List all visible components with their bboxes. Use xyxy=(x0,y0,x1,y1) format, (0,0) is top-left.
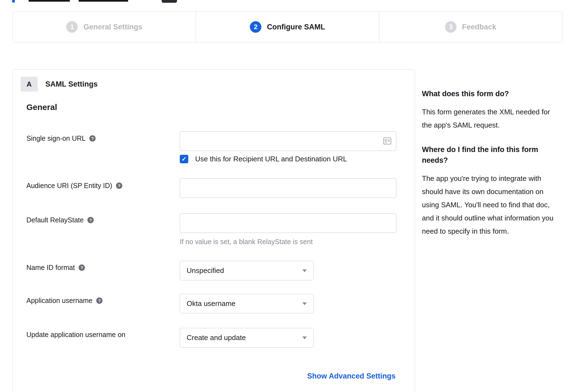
recipient-url-checkbox-row: ✓ Use this for Recipient URL and Destina… xyxy=(180,155,347,163)
sso-url-label-text: Single sign-on URL xyxy=(26,134,85,142)
help-question-2: Where do I find the info this form needs… xyxy=(422,144,561,166)
update-app-username-value: Create and update xyxy=(187,333,246,342)
help-icon[interactable]: ? xyxy=(87,217,94,223)
audience-uri-label: Audience URI (SP Entity ID) ? xyxy=(26,182,122,190)
sso-url-input-wrap xyxy=(180,131,396,151)
clipped-header-text-fragment xyxy=(79,0,128,2)
section-title: SAML Settings xyxy=(45,80,98,89)
help-icon[interactable]: ? xyxy=(116,183,122,189)
clipped-header-text-fragment xyxy=(29,0,70,2)
app-username-select[interactable]: Okta username xyxy=(180,294,314,313)
name-id-format-value: Unspecified xyxy=(187,266,224,275)
show-advanced-settings-link[interactable]: Show Advanced Settings xyxy=(307,372,396,380)
step-configure-saml[interactable]: 2 Configure SAML xyxy=(196,12,379,42)
recipient-url-checkbox-label[interactable]: Use this for Recipient URL and Destinati… xyxy=(195,155,347,163)
sso-url-label: Single sign-on URL ? xyxy=(26,134,96,142)
name-id-format-select[interactable]: Unspecified xyxy=(180,261,314,280)
relay-state-input[interactable] xyxy=(180,213,396,233)
step-number-badge: 1 xyxy=(66,21,78,33)
step-general-settings[interactable]: 1 General Settings xyxy=(13,12,196,42)
help-icon[interactable]: ? xyxy=(96,297,103,304)
app-username-label: Application username ? xyxy=(26,297,103,305)
saml-settings-card: A SAML Settings General Single sign-on U… xyxy=(13,69,415,392)
help-icon[interactable]: ? xyxy=(89,135,96,142)
name-id-format-label: Name ID format ? xyxy=(26,264,85,272)
chevron-down-icon xyxy=(302,302,307,305)
update-app-username-label-text: Update application username on xyxy=(26,331,125,339)
relay-state-label-text: Default RelayState xyxy=(26,216,84,224)
step-label: Configure SAML xyxy=(267,23,325,31)
clipped-header-logo-fragment xyxy=(162,0,177,3)
section-a-badge: A xyxy=(21,77,38,92)
help-answer-1: This form generates the XML needed for t… xyxy=(422,105,561,132)
step-label: General Settings xyxy=(83,23,142,31)
help-answer-2: The app you're trying to integrate with … xyxy=(422,172,561,238)
step-feedback[interactable]: 3 Feedback xyxy=(379,12,562,42)
chevron-down-icon xyxy=(302,336,307,339)
name-id-format-label-text: Name ID format xyxy=(26,264,75,272)
clipped-header-accent xyxy=(12,0,15,2)
audience-uri-input[interactable] xyxy=(180,178,396,198)
update-app-username-select[interactable]: Create and update xyxy=(180,328,314,347)
wizard-stepper: 1 General Settings 2 Configure SAML 3 Fe… xyxy=(13,12,562,42)
help-panel: What does this form do? This form genera… xyxy=(422,89,561,250)
contact-card-icon[interactable] xyxy=(383,137,391,145)
app-username-label-text: Application username xyxy=(26,297,92,305)
step-label: Feedback xyxy=(462,23,496,31)
audience-uri-label-text: Audience URI (SP Entity ID) xyxy=(26,182,112,190)
sso-url-input[interactable] xyxy=(180,131,396,151)
step-number-badge: 3 xyxy=(445,21,457,33)
relay-state-helper-text: If no value is set, a blank RelayState i… xyxy=(180,238,313,246)
relay-state-label: Default RelayState ? xyxy=(26,216,94,224)
help-question-1: What does this form do? xyxy=(422,89,561,99)
help-icon[interactable]: ? xyxy=(79,264,85,271)
group-title-general: General xyxy=(26,103,57,112)
update-app-username-label: Update application username on xyxy=(26,331,125,339)
chevron-down-icon xyxy=(302,269,307,272)
step-number-badge: 2 xyxy=(250,21,261,33)
app-username-value: Okta username xyxy=(187,299,236,308)
recipient-url-checkbox[interactable]: ✓ xyxy=(180,155,188,163)
